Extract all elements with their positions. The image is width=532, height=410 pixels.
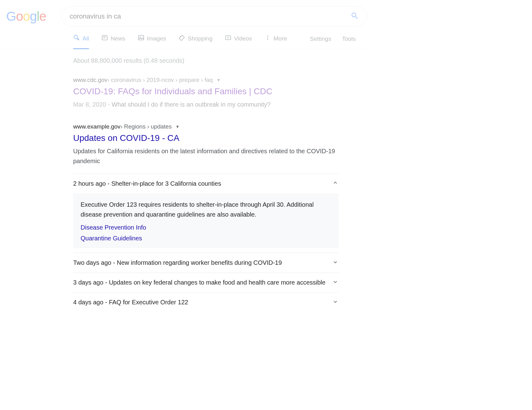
svg-rect-3: [138, 36, 144, 40]
tab-all[interactable]: All: [73, 34, 89, 49]
settings-link[interactable]: Settings: [310, 36, 331, 42]
result-stats: About 88,800,000 results (0.48 seconds): [73, 57, 339, 64]
tab-label: All: [82, 35, 89, 42]
tab-shopping[interactable]: Shopping: [178, 34, 212, 49]
tab-label: Shopping: [188, 35, 212, 42]
search-result: www.example.gov › Regions › updates ▼ Up…: [73, 123, 339, 312]
update-label: 3 days ago - Updates on key federal chan…: [73, 279, 325, 286]
image-icon: [138, 34, 145, 43]
google-logo[interactable]: Google: [6, 9, 46, 24]
search-small-icon: [73, 34, 80, 43]
result-description: Updates for California residents on the …: [73, 146, 339, 166]
caret-down-icon[interactable]: ▼: [216, 78, 221, 82]
url-path: › Regions › updates: [120, 123, 172, 130]
update-label: 2 hours ago - Shelter-in-place for 3 Cal…: [73, 180, 221, 187]
tab-label: More: [274, 35, 287, 42]
tab-images[interactable]: Images: [138, 34, 166, 49]
url-domain: www.cdc.gov: [73, 77, 107, 83]
search-input[interactable]: [69, 12, 350, 20]
tab-label: News: [111, 35, 125, 42]
chevron-down-icon: [332, 298, 339, 306]
result-snippet: Mar 8, 2020 - What should I do if there …: [73, 99, 339, 109]
update-label: Two days ago - New information regarding…: [73, 259, 282, 266]
tab-label: Videos: [234, 35, 252, 42]
url-domain: www.example.gov: [73, 123, 120, 130]
url-path: › coronavirus › 2019-ncov › prepare › fa…: [107, 77, 213, 83]
tools-link[interactable]: Tools: [342, 36, 356, 42]
update-item[interactable]: 2 hours ago - Shelter-in-place for 3 Cal…: [73, 174, 339, 193]
search-result: www.cdc.gov › coronavirus › 2019-ncov › …: [73, 77, 339, 109]
update-item[interactable]: 3 days ago - Updates on key federal chan…: [73, 273, 339, 292]
result-snippet-text: What should I do if there is an outbreak…: [112, 101, 271, 108]
chevron-down-icon: [332, 259, 339, 267]
result-date: Mar 8, 2020 -: [73, 101, 112, 108]
caret-down-icon[interactable]: ▼: [175, 124, 180, 129]
result-title[interactable]: Updates on COVID-19 - CA: [73, 133, 339, 143]
more-icon: [264, 34, 271, 43]
tab-label: Images: [147, 35, 166, 42]
update-body: Executive Order 123 requires residents t…: [81, 200, 331, 219]
update-link[interactable]: Disease Prevention Info: [81, 224, 331, 231]
tab-news[interactable]: News: [101, 34, 125, 49]
tab-videos[interactable]: Videos: [225, 34, 252, 49]
shopping-icon: [178, 34, 185, 43]
search-icon[interactable]: [350, 11, 359, 21]
tab-more[interactable]: More: [264, 34, 287, 49]
expanded-update: Executive Order 123 requires residents t…: [73, 193, 339, 248]
updates-list: 2 hours ago - Shelter-in-place for 3 Cal…: [73, 174, 339, 312]
svg-point-7: [267, 37, 268, 38]
search-box[interactable]: [61, 6, 367, 27]
chevron-up-icon: [332, 180, 339, 188]
result-title[interactable]: COVID-19: FAQs for Individuals and Famil…: [73, 87, 339, 96]
svg-point-8: [267, 39, 268, 40]
update-item[interactable]: 4 days ago - FAQ for Executive Order 122: [73, 292, 339, 312]
update-label: 4 days ago - FAQ for Executive Order 122: [73, 299, 188, 306]
svg-point-6: [267, 36, 268, 36]
result-url[interactable]: www.example.gov › Regions › updates ▼: [73, 123, 339, 130]
update-link[interactable]: Quarantine Guidelines: [81, 235, 331, 242]
video-icon: [225, 34, 232, 43]
chevron-down-icon: [332, 278, 339, 287]
update-item[interactable]: Two days ago - New information regarding…: [73, 253, 339, 273]
result-url[interactable]: www.cdc.gov › coronavirus › 2019-ncov › …: [73, 77, 339, 83]
news-icon: [101, 34, 108, 43]
